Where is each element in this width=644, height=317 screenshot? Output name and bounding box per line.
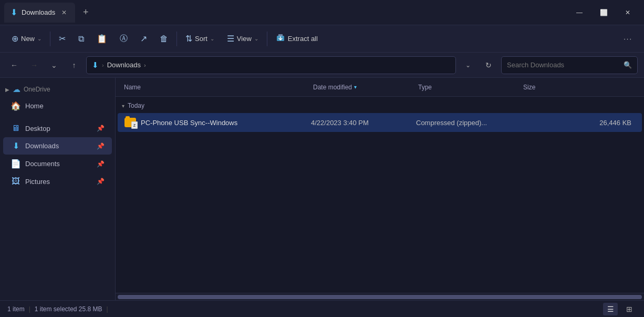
- desktop-pin-icon: 📌: [97, 125, 105, 132]
- recent-chevron-icon: ⌄: [51, 61, 57, 69]
- horizontal-scrollbar[interactable]: [116, 293, 644, 300]
- search-box[interactable]: 🔍: [501, 56, 638, 74]
- column-header-size[interactable]: Size: [519, 78, 640, 96]
- column-header-type[interactable]: Type: [414, 78, 519, 96]
- pictures-pin-icon: 📌: [97, 178, 105, 185]
- extract-icon: [276, 33, 285, 45]
- tab-download-icon: ⬇: [11, 7, 17, 17]
- address-dropdown-button[interactable]: ⌄: [460, 57, 476, 73]
- downloads-icon: ⬇: [11, 141, 21, 151]
- status-separator-2: |: [107, 305, 108, 313]
- toolbar: ⊕ New ⌄ ✂ ⧉ 📋 Ⓐ ↗ 🗑 ⇅ Sort ⌄ ☰ View ⌄: [0, 25, 644, 53]
- recent-button[interactable]: ⌄: [46, 57, 62, 73]
- sidebar-item-downloads-label: Downloads: [25, 142, 92, 150]
- new-chevron-icon: ⌄: [37, 36, 41, 42]
- close-button[interactable]: ✕: [616, 4, 640, 21]
- status-bar: 1 item | 1 item selected 25.8 MB | ☰ ⊞: [0, 300, 644, 317]
- share-button[interactable]: ↗: [135, 29, 152, 48]
- address-bar: ← → ⌄ ↑ ⬇ › Downloads › ⌄ ↻ 🔍: [0, 53, 644, 78]
- item-count: 1 item: [7, 305, 25, 313]
- scrollbar-track: [118, 295, 642, 299]
- path-separator-1: ›: [102, 62, 104, 68]
- extract-all-button[interactable]: Extract all: [271, 29, 323, 48]
- sidebar-item-home[interactable]: 🏠 Home: [3, 97, 112, 115]
- file-date-cell: 4/22/2023 3:40 PM: [311, 119, 416, 127]
- sort-button[interactable]: ⇅ Sort ⌄: [180, 29, 220, 48]
- scrollbar-thumb: [118, 295, 642, 299]
- file-name-cell: Z PC-Phone USB Sync--Windows: [122, 116, 311, 129]
- sidebar: ▶ ☁ OneDrive 🏠 Home 🖥 Desktop 📌 ⬇ Downlo…: [0, 78, 116, 300]
- view-label: View: [237, 35, 252, 43]
- sidebar-item-desktop-label: Desktop: [25, 125, 92, 132]
- documents-pin-icon: 📌: [97, 160, 105, 168]
- home-icon: 🏠: [11, 101, 21, 111]
- new-tab-button[interactable]: +: [77, 4, 94, 21]
- group-header-today[interactable]: ▾ Today: [116, 97, 644, 113]
- sidebar-item-downloads[interactable]: ⬇ Downloads 📌: [3, 137, 112, 155]
- file-list: ▾ Today Z PC-Phone USB Sync--Windows 4/2…: [116, 97, 644, 293]
- path-download-icon: ⬇: [92, 60, 99, 70]
- toolbar-separator-1: [50, 32, 50, 46]
- extract-all-label: Extract all: [288, 35, 318, 43]
- col-name-label: Name: [124, 84, 141, 91]
- file-row-1[interactable]: Z PC-Phone USB Sync--Windows 4/22/2023 3…: [118, 113, 642, 132]
- window-controls: — ⬜ ✕: [567, 4, 640, 21]
- details-view-button[interactable]: ☰: [603, 303, 618, 315]
- rename-button[interactable]: Ⓐ: [115, 29, 133, 48]
- path-chevron-icon: ›: [144, 62, 146, 68]
- paste-icon: 📋: [97, 34, 107, 44]
- column-header-date[interactable]: Date modified ▾: [309, 78, 414, 96]
- forward-button[interactable]: →: [26, 57, 42, 73]
- onedrive-chevron-icon: ▶: [5, 87, 9, 93]
- copy-button[interactable]: ⧉: [73, 29, 89, 48]
- up-icon: ↑: [72, 61, 76, 69]
- pictures-icon: 🖼: [11, 177, 21, 186]
- path-label: Downloads: [107, 61, 141, 69]
- new-label: New: [21, 35, 35, 43]
- cut-button[interactable]: ✂: [54, 29, 71, 48]
- sidebar-item-pictures[interactable]: 🖼 Pictures 📌: [3, 173, 112, 190]
- main-layout: ▶ ☁ OneDrive 🏠 Home 🖥 Desktop 📌 ⬇ Downlo…: [0, 78, 644, 300]
- toolbar-separator-2: [176, 32, 177, 46]
- group-label: Today: [128, 102, 144, 109]
- more-icon: ···: [624, 35, 632, 43]
- col-type-label: Type: [418, 84, 432, 91]
- selected-info: 1 item selected 25.8 MB: [35, 305, 102, 313]
- more-options-button[interactable]: ···: [618, 29, 638, 48]
- delete-button[interactable]: 🗑: [154, 29, 173, 48]
- documents-icon: 📄: [11, 159, 21, 169]
- onedrive-icon: ☁: [13, 85, 20, 94]
- view-chevron-icon: ⌄: [254, 36, 258, 42]
- delete-icon: 🗑: [160, 34, 168, 44]
- cut-icon: ✂: [59, 34, 66, 44]
- details-view-icon: ☰: [607, 305, 614, 313]
- file-column-headers: Name Date modified ▾ Type Size: [116, 78, 644, 97]
- search-icon: 🔍: [624, 61, 632, 69]
- onedrive-group[interactable]: ▶ ☁ OneDrive: [0, 82, 115, 97]
- tiles-view-button[interactable]: ⊞: [622, 303, 637, 315]
- sidebar-item-label-onedrive: OneDrive: [24, 86, 50, 93]
- search-input[interactable]: [507, 61, 620, 69]
- maximize-button[interactable]: ⬜: [591, 4, 616, 21]
- share-icon: ↗: [140, 34, 147, 44]
- new-button[interactable]: ⊕ New ⌄: [6, 29, 47, 48]
- sidebar-item-documents[interactable]: 📄 Documents 📌: [3, 155, 112, 172]
- refresh-button[interactable]: ↻: [480, 57, 497, 74]
- tab-downloads[interactable]: ⬇ Downloads ✕: [4, 3, 75, 23]
- back-button[interactable]: ←: [6, 57, 22, 73]
- sidebar-item-desktop[interactable]: 🖥 Desktop 📌: [3, 120, 112, 137]
- paste-button[interactable]: 📋: [91, 29, 112, 48]
- view-button[interactable]: ☰ View ⌄: [222, 29, 264, 48]
- file-area: Name Date modified ▾ Type Size ▾ Today: [116, 78, 644, 300]
- rename-icon: Ⓐ: [120, 34, 128, 44]
- tab-title: Downloads: [22, 8, 55, 16]
- zip-file-icon: Z: [124, 116, 137, 129]
- tab-close-button[interactable]: ✕: [59, 8, 69, 17]
- minimize-button[interactable]: —: [567, 4, 591, 21]
- copy-icon: ⧉: [78, 34, 84, 44]
- address-path[interactable]: ⬇ › Downloads ›: [86, 56, 456, 74]
- column-header-name[interactable]: Name: [120, 78, 309, 96]
- title-bar-left: ⬇ Downloads ✕ +: [4, 3, 567, 23]
- file-size-cell: 26,446 KB: [521, 119, 638, 127]
- up-button[interactable]: ↑: [66, 57, 82, 73]
